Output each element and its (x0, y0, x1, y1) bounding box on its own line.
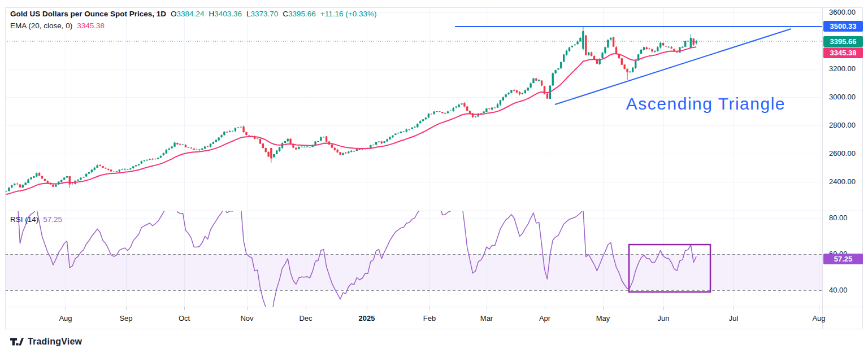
legend-row-ema: EMA (20, close, 0)3345.38 (10, 20, 376, 32)
rsi-line[interactable] (9, 182, 696, 317)
ascending-trendline[interactable] (555, 29, 791, 104)
price-badge: 3500.33 (823, 21, 863, 32)
price-axis-label: 3600.00 (829, 7, 856, 18)
price-badge: 3345.38 (823, 47, 863, 58)
ohlc-open: O3384.24 (166, 10, 204, 18)
time-axis-label: 2025 (349, 314, 385, 323)
time-axis-tick (367, 307, 367, 310)
price-axis-label: 2800.00 (829, 120, 856, 130)
ohlc-close: C3395.66 (278, 10, 316, 18)
time-axis-label: Aug (801, 314, 837, 323)
rsi-legend: RSI (14)57.25 (10, 215, 62, 224)
price-axis-label: 2400.00 (829, 177, 856, 187)
rsi-label[interactable]: RSI (14) (10, 215, 38, 224)
ema-value: 3345.38 (77, 21, 105, 30)
time-axis-label: Apr (527, 314, 563, 323)
time-axis-tick (184, 307, 185, 310)
high-value: 3403.36 (214, 10, 242, 18)
time-axis-tick (306, 307, 306, 310)
price-axis-label: 2600.00 (829, 149, 856, 159)
ohlc-high: H3403.36 (204, 10, 242, 18)
chart-canvas[interactable]: Ascending Triangle (0, 0, 868, 353)
time-axis-tick (247, 307, 248, 310)
time-axis-label: May (585, 314, 621, 323)
time-axis-label: Mar (468, 314, 505, 323)
change-value: +11.16 (+0.33%) (320, 10, 377, 18)
time-axis-label: Dec (288, 314, 324, 323)
time-axis-tick (663, 307, 664, 310)
ema-label[interactable]: EMA (20, close, 0) (10, 21, 72, 30)
pane-divider-main-rsi[interactable] (5, 211, 863, 211)
ascending-triangle-annotation[interactable]: Ascending Triangle (626, 94, 785, 113)
price-scale[interactable]: 3600.003200.003000.002800.002600.002400.… (822, 0, 868, 329)
time-axis-tick (487, 307, 487, 310)
ohlc-low: L3373.70 (242, 10, 278, 18)
time-axis-tick (545, 307, 545, 310)
time-axis-label: Feb (411, 314, 448, 323)
time-axis-tick (66, 307, 66, 310)
rsi-value: 57.25 (43, 215, 62, 224)
time-axis-label: Nov (229, 314, 265, 323)
time-axis-tick (819, 307, 819, 310)
low-value: 3373.70 (250, 10, 278, 18)
legend-row-symbol: Gold US Dollars per Ounce Spot Prices, 1… (10, 8, 376, 20)
close-label: C (283, 10, 288, 18)
price-axis-label: 3000.00 (829, 92, 856, 102)
time-axis-label: Oct (166, 314, 202, 323)
tradingview-logo-icon (10, 337, 24, 347)
rsi-axis-label: 80.00 (829, 213, 848, 223)
candlestick-series[interactable] (5, 27, 697, 192)
rsi-badge: 57.25 (823, 254, 863, 264)
time-axis-label: Jul (715, 314, 752, 323)
open-label: O (171, 10, 177, 18)
time-axis-tick (734, 307, 734, 310)
time-axis-label: Jun (645, 314, 682, 323)
time-axis-tick (126, 307, 127, 310)
time-axis-label: Sep (108, 314, 144, 323)
pane-divider-rsi-axis (5, 307, 863, 307)
tradingview-logo[interactable]: TradingView (10, 337, 82, 347)
main-legend: Gold US Dollars per Ounce Spot Prices, 1… (10, 8, 376, 32)
tradingview-chart-window: Ascending Triangle Gold US Dollars per O… (0, 0, 868, 353)
rsi-axis-label: 40.00 (829, 285, 848, 295)
time-axis-label: Aug (47, 314, 84, 323)
price-axis-label: 3200.00 (829, 64, 856, 74)
open-value: 3384.24 (177, 10, 205, 18)
time-axis-tick (429, 307, 430, 310)
high-label: H (209, 10, 214, 18)
close-value: 3395.66 (288, 10, 316, 18)
tradingview-wordmark: TradingView (28, 337, 82, 347)
time-axis-tick (603, 307, 604, 310)
symbol-title[interactable]: Gold US Dollars per Ounce Spot Prices, 1… (10, 10, 166, 18)
price-badge: 3395.66 (823, 36, 863, 47)
